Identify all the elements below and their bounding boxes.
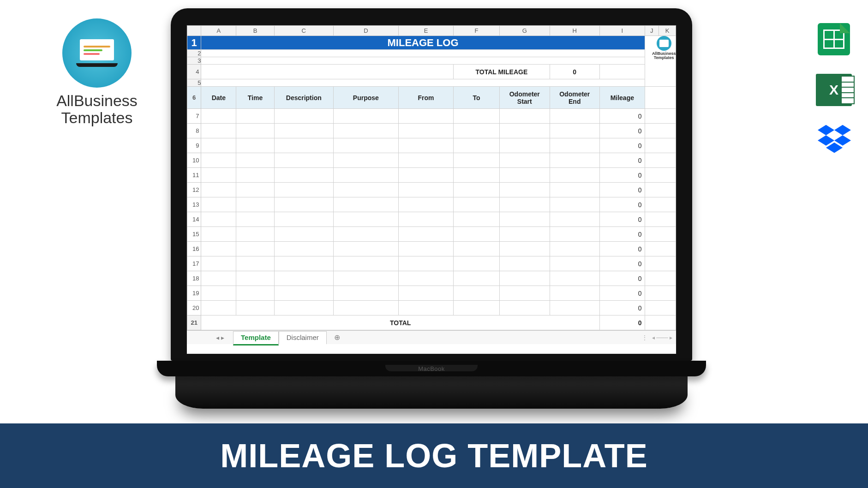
cell[interactable]	[201, 57, 645, 65]
col-header[interactable]: J	[645, 26, 658, 36]
mileage-cell[interactable]: 0	[600, 256, 645, 271]
hscroll-indicator[interactable]: ⋮ ◂ ─── ▸	[642, 334, 676, 341]
sheet-tab[interactable]: Template	[233, 331, 279, 345]
row-header[interactable]: 8	[187, 124, 201, 138]
cell[interactable]	[550, 183, 600, 197]
row-header[interactable]: 19	[187, 286, 201, 301]
cell[interactable]	[398, 271, 453, 286]
cell[interactable]	[201, 124, 236, 138]
cell[interactable]	[201, 197, 236, 212]
cell[interactable]	[236, 138, 274, 153]
mileage-cell[interactable]: 0	[600, 271, 645, 286]
cell[interactable]	[550, 138, 600, 153]
cell[interactable]	[550, 124, 600, 138]
cell[interactable]	[201, 242, 236, 256]
cell[interactable]	[645, 168, 676, 183]
cell[interactable]	[333, 301, 398, 315]
cell[interactable]	[398, 286, 453, 301]
mileage-cell[interactable]: 0	[600, 197, 645, 212]
col-header[interactable]: A	[201, 26, 236, 36]
row-header[interactable]: 5	[187, 79, 201, 87]
cell[interactable]	[454, 301, 500, 315]
cell[interactable]	[274, 256, 333, 271]
row-header[interactable]: 11	[187, 168, 201, 183]
cell[interactable]	[600, 65, 645, 79]
cell[interactable]	[333, 256, 398, 271]
cell[interactable]	[645, 271, 676, 286]
row-header[interactable]: 4	[187, 65, 201, 79]
row-header[interactable]: 16	[187, 242, 201, 256]
cell[interactable]	[645, 286, 676, 301]
cell[interactable]	[500, 212, 550, 227]
cell[interactable]	[645, 183, 676, 197]
cell[interactable]	[201, 138, 236, 153]
cell[interactable]	[333, 183, 398, 197]
cell[interactable]	[201, 256, 236, 271]
total-label-cell[interactable]: TOTAL	[201, 315, 600, 330]
cell[interactable]	[500, 124, 550, 138]
col-header[interactable]: E	[398, 26, 453, 36]
cell[interactable]	[398, 301, 453, 315]
sheet-title-cell[interactable]: MILEAGE LOG	[201, 36, 645, 50]
cell[interactable]	[201, 271, 236, 286]
sheet-tab[interactable]: Disclaimer	[279, 331, 327, 344]
cell[interactable]	[201, 301, 236, 315]
cell[interactable]	[236, 168, 274, 183]
cell[interactable]	[454, 153, 500, 168]
cell[interactable]	[333, 124, 398, 138]
col-header[interactable]: C	[274, 26, 333, 36]
header-odo-start[interactable]: Odometer Start	[500, 87, 550, 109]
cell[interactable]	[274, 286, 333, 301]
mileage-cell[interactable]: 0	[600, 242, 645, 256]
cell[interactable]	[454, 168, 500, 183]
cell[interactable]	[236, 183, 274, 197]
mileage-cell[interactable]: 0	[600, 286, 645, 301]
row-header[interactable]: 20	[187, 301, 201, 315]
row-header[interactable]: 1	[187, 36, 201, 50]
cell[interactable]	[201, 109, 236, 124]
cell[interactable]	[333, 271, 398, 286]
cell[interactable]	[550, 109, 600, 124]
cell[interactable]	[550, 256, 600, 271]
cell[interactable]	[274, 138, 333, 153]
row-header[interactable]: 9	[187, 138, 201, 153]
cell[interactable]	[333, 109, 398, 124]
cell[interactable]	[274, 242, 333, 256]
cell[interactable]	[201, 65, 454, 79]
mileage-cell[interactable]: 0	[600, 109, 645, 124]
header-purpose[interactable]: Purpose	[333, 87, 398, 109]
cell[interactable]	[454, 212, 500, 227]
sheet-nav-arrows[interactable]: ◂ ▸	[211, 334, 229, 341]
mileage-cell[interactable]: 0	[600, 168, 645, 183]
add-sheet-button[interactable]: ⊕	[327, 331, 347, 345]
cell[interactable]	[236, 153, 274, 168]
cell[interactable]	[550, 286, 600, 301]
cell[interactable]	[333, 227, 398, 242]
cell[interactable]	[201, 79, 645, 87]
cell[interactable]	[236, 286, 274, 301]
col-header[interactable]: D	[333, 26, 398, 36]
cell[interactable]	[333, 212, 398, 227]
cell[interactable]	[333, 138, 398, 153]
cell[interactable]	[645, 138, 676, 153]
cell[interactable]	[550, 301, 600, 315]
row-header[interactable]: 7	[187, 109, 201, 124]
cell[interactable]	[500, 183, 550, 197]
cell[interactable]	[500, 256, 550, 271]
cell[interactable]	[454, 197, 500, 212]
cell[interactable]	[274, 124, 333, 138]
cell[interactable]	[201, 212, 236, 227]
select-all-corner[interactable]	[187, 26, 201, 36]
cell[interactable]	[201, 153, 236, 168]
cell[interactable]	[454, 138, 500, 153]
cell[interactable]	[398, 256, 453, 271]
cell[interactable]	[645, 212, 676, 227]
header-to[interactable]: To	[454, 87, 500, 109]
cell[interactable]	[500, 197, 550, 212]
cell[interactable]	[500, 109, 550, 124]
cell[interactable]	[645, 256, 676, 271]
cell[interactable]	[398, 183, 453, 197]
cell[interactable]	[201, 227, 236, 242]
cell[interactable]	[550, 197, 600, 212]
cell[interactable]	[333, 286, 398, 301]
